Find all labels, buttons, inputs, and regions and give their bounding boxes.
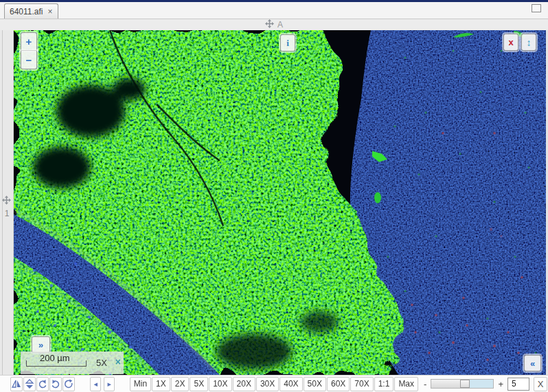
zoom-level-button-max[interactable]: Max — [394, 377, 418, 391]
row-label: 1 — [0, 209, 14, 218]
zoom-level-button-2x[interactable]: 2X — [171, 377, 190, 391]
column-label: A — [277, 20, 283, 30]
zoom-level-button-70x[interactable]: 70X — [350, 377, 373, 391]
zoom-slider[interactable] — [431, 379, 494, 389]
scale-bar — [26, 360, 87, 367]
column-header: A — [0, 19, 548, 30]
maximize-icon[interactable] — [532, 4, 541, 12]
flip-vertical-icon — [24, 379, 35, 389]
image-viewer-window: 64011.afi × A 1 — [0, 0, 548, 392]
zoom-value-input[interactable] — [507, 378, 529, 391]
flip-horizontal-button[interactable] — [10, 377, 23, 391]
zoom-level-button-50x[interactable]: 50X — [304, 377, 326, 391]
move-icon[interactable] — [2, 195, 11, 207]
rotate-reset-icon — [63, 379, 74, 389]
zoom-level-button-10x[interactable]: 10X — [209, 377, 231, 391]
toolbar-close-button[interactable]: X — [534, 377, 547, 391]
zoom-level-button-20x[interactable]: 20X — [233, 377, 255, 391]
move-icon[interactable] — [265, 19, 274, 31]
tab-title: 64011.afi — [10, 7, 43, 16]
info-button[interactable]: i — [280, 34, 295, 51]
scale-close-icon[interactable]: × — [115, 357, 121, 367]
zoom-slider-track-left[interactable] — [431, 380, 460, 388]
zoom-level-button-5x[interactable]: 5X — [190, 377, 208, 391]
zoom-decrease-button[interactable]: - — [422, 379, 429, 389]
zoom-slider-cluster: - + X — [422, 377, 548, 391]
tab-bar: 64011.afi × — [0, 2, 548, 19]
rotate-cw-icon — [50, 379, 61, 389]
row-header: 1 — [0, 30, 14, 375]
next-button[interactable]: ▸ — [104, 377, 115, 391]
tab-slide-file[interactable]: 64011.afi × — [4, 3, 58, 19]
magnification-label: 5X — [96, 358, 107, 368]
flip-vertical-button[interactable] — [23, 377, 36, 391]
expand-panel-button[interactable]: » — [32, 336, 50, 353]
bottom-toolbar: ◂ ▸ Min 1X 2X 5X 10X 20X 30X 40X 50X 60X… — [0, 375, 548, 392]
zoom-out-button[interactable]: − — [21, 51, 37, 69]
fluorescence-micrograph — [14, 30, 546, 375]
zoom-in-button[interactable]: + — [21, 32, 37, 51]
rotate-reset-button[interactable] — [62, 377, 75, 391]
tab-close-icon[interactable]: × — [48, 8, 53, 16]
fit-height-button[interactable]: ↕ — [521, 34, 536, 51]
rotate-cw-button[interactable] — [49, 377, 62, 391]
rotate-ccw-button[interactable] — [36, 377, 49, 391]
canvas-zoom-control: + − — [21, 32, 37, 69]
zoom-level-button-min[interactable]: Min — [130, 377, 151, 391]
zoom-slider-track-right[interactable] — [470, 380, 493, 388]
zoom-increase-button[interactable]: + — [496, 379, 505, 389]
zoom-level-button-40x[interactable]: 40X — [279, 377, 302, 391]
rotate-ccw-icon — [37, 379, 48, 389]
zoom-slider-thumb[interactable] — [460, 380, 470, 388]
slide-canvas[interactable]: + − i x ↕ » « 200 µm 5X × — [14, 30, 546, 375]
flip-horizontal-icon — [11, 379, 22, 389]
scale-bar-panel: 200 µm 5X × — [21, 351, 124, 374]
previous-button[interactable]: ◂ — [90, 377, 101, 391]
zoom-level-button-60x[interactable]: 60X — [327, 377, 350, 391]
collapse-panel-button[interactable]: « — [524, 355, 541, 371]
zoom-level-button-1to1[interactable]: 1:1 — [374, 377, 394, 391]
zoom-level-button-1x[interactable]: 1X — [152, 377, 170, 391]
zoom-level-button-30x[interactable]: 30X — [256, 377, 279, 391]
close-image-button[interactable]: x — [503, 34, 518, 51]
